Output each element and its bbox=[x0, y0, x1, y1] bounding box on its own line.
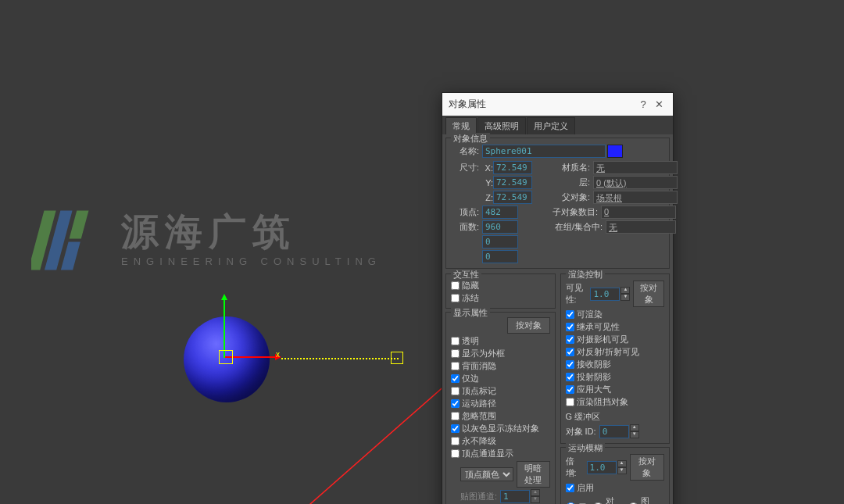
hide-checkbox[interactable]: 隐藏 bbox=[451, 280, 550, 291]
interactivity-section: 交互性 隐藏 冻结 bbox=[445, 273, 556, 309]
object-properties-dialog: 对象属性 ? ✕ 常规 高级照明 用户定义 对象信息 名称: 尺寸:X: Y: … bbox=[442, 92, 674, 504]
backface-checkbox[interactable]: 背面消隐 bbox=[451, 360, 550, 372]
mblur-byobject-button[interactable]: 按对象 bbox=[630, 454, 664, 481]
never-degrade-checkbox[interactable]: 永不降级 bbox=[451, 435, 550, 447]
trajectory-line bbox=[281, 358, 399, 359]
tab-user-defined[interactable]: 用户定义 bbox=[527, 117, 575, 134]
vertex-color-select[interactable]: 顶点颜色 bbox=[460, 467, 513, 481]
spin-up[interactable]: ▲ bbox=[617, 460, 627, 467]
group-name: 无 bbox=[606, 220, 676, 234]
parent-name: 场景根 bbox=[593, 191, 678, 204]
dialog-title: 对象属性 bbox=[449, 98, 635, 111]
spin-down[interactable]: ▼ bbox=[620, 294, 630, 301]
layer-name: 0 (默认) bbox=[593, 176, 678, 189]
help-button[interactable]: ? bbox=[635, 98, 651, 110]
mblur-none-radio[interactable]: 无 bbox=[566, 502, 587, 505]
render-byobject-button[interactable]: 按对象 bbox=[633, 281, 664, 307]
spin-up[interactable]: ▲ bbox=[620, 287, 630, 294]
gray-frozen-checkbox[interactable]: 以灰色显示冻结对象 bbox=[451, 423, 550, 434]
display-section: 显示属性 按对象 透明 显示为外框 背面消隐 仅边 顶点标记 运动路径 忽略范围… bbox=[445, 312, 556, 504]
visible-refl-checkbox[interactable]: 对反射/折射可见 bbox=[566, 346, 665, 358]
object-id-spinner[interactable] bbox=[599, 425, 629, 438]
vertex-ticks-checkbox[interactable]: 顶点标记 bbox=[451, 385, 550, 397]
spin-up[interactable]: ▲ bbox=[630, 424, 639, 431]
dim-x[interactable] bbox=[493, 161, 532, 174]
object-info-section: 对象信息 名称: 尺寸:X: Y: Z: 顶点: 面数: 材质名:无 层:0 (… bbox=[445, 138, 670, 269]
multiplier-spinner[interactable] bbox=[587, 461, 617, 474]
mblur-enabled-checkbox[interactable]: 启用 bbox=[566, 482, 665, 494]
dim-y[interactable] bbox=[493, 176, 532, 189]
transparent-checkbox[interactable]: 透明 bbox=[451, 335, 550, 347]
svg-rect-2 bbox=[70, 211, 89, 239]
watermark-en: ENGINEERING CONSULTING bbox=[121, 256, 381, 267]
material-name: 无 bbox=[593, 161, 678, 174]
render-control-section: 渲染控制 可见性: ▲▼ 按对象 可渲染 继承可见性 对摄影机可见 对反射/折射… bbox=[560, 273, 671, 444]
dialog-titlebar[interactable]: 对象属性 ? ✕ bbox=[442, 93, 673, 116]
spin-down[interactable]: ▼ bbox=[531, 496, 540, 503]
visible-camera-checkbox[interactable]: 对摄影机可见 bbox=[566, 334, 665, 345]
spin-down[interactable]: ▼ bbox=[617, 467, 627, 474]
tab-advanced-lighting[interactable]: 高级照明 bbox=[477, 117, 526, 134]
selection-marker bbox=[391, 352, 403, 364]
cast-shadows-checkbox[interactable]: 投射阴影 bbox=[566, 371, 665, 383]
tab-bar: 常规 高级照明 用户定义 bbox=[442, 116, 673, 134]
spin-down[interactable]: ▼ bbox=[630, 431, 639, 438]
object-color-swatch[interactable] bbox=[607, 145, 623, 158]
vertices-field bbox=[482, 206, 518, 219]
receive-shadows-checkbox[interactable]: 接收阴影 bbox=[566, 359, 665, 370]
display-byobject-button[interactable]: 按对象 bbox=[507, 317, 550, 334]
viewport-sphere[interactable] bbox=[184, 316, 270, 402]
ignore-extents-checkbox[interactable]: 忽略范围 bbox=[451, 410, 550, 422]
shaded-button[interactable]: 明暗处理 bbox=[517, 461, 550, 488]
inherit-vis-checkbox[interactable]: 继承可见性 bbox=[566, 321, 665, 333]
mblur-image-radio[interactable]: 图像 bbox=[628, 495, 658, 504]
faces-field bbox=[482, 220, 518, 234]
watermark-cn: 源海广筑 bbox=[121, 213, 381, 251]
mblur-object-radio[interactable]: 对象 bbox=[593, 495, 623, 504]
svg-rect-3 bbox=[61, 241, 80, 270]
motion-blur-section: 运动模糊 倍增: ▲▼ 按对象 启用 无 对象 图像 bbox=[560, 447, 671, 504]
tab-general[interactable]: 常规 bbox=[445, 117, 477, 134]
name-input[interactable] bbox=[482, 145, 606, 158]
extra1-field bbox=[482, 235, 518, 248]
spin-up[interactable]: ▲ bbox=[531, 489, 540, 496]
close-button[interactable]: ✕ bbox=[651, 98, 667, 110]
watermark: 源海广筑 ENGINEERING CONSULTING bbox=[31, 203, 381, 277]
freeze-checkbox[interactable]: 冻结 bbox=[451, 292, 550, 304]
dim-z[interactable] bbox=[493, 191, 532, 204]
map-channel-spinner[interactable] bbox=[500, 490, 530, 503]
extra2-field bbox=[482, 250, 518, 263]
renderable-checkbox[interactable]: 可渲染 bbox=[566, 309, 665, 320]
edges-only-checkbox[interactable]: 仅边 bbox=[451, 373, 550, 384]
trajectory-checkbox[interactable]: 运动路径 bbox=[451, 398, 550, 409]
watermark-logo bbox=[31, 203, 106, 277]
render-occluder-checkbox[interactable]: 渲染阻挡对象 bbox=[566, 396, 665, 408]
wireframe-checkbox[interactable]: 显示为外框 bbox=[451, 348, 550, 359]
num-children: 0 bbox=[601, 206, 676, 219]
apply-atmos-checkbox[interactable]: 应用大气 bbox=[566, 384, 665, 395]
visibility-spinner[interactable] bbox=[590, 288, 620, 301]
gizmo-x-label: x bbox=[276, 350, 280, 359]
vertex-channel-checkbox[interactable]: 顶点通道显示 bbox=[451, 448, 550, 459]
